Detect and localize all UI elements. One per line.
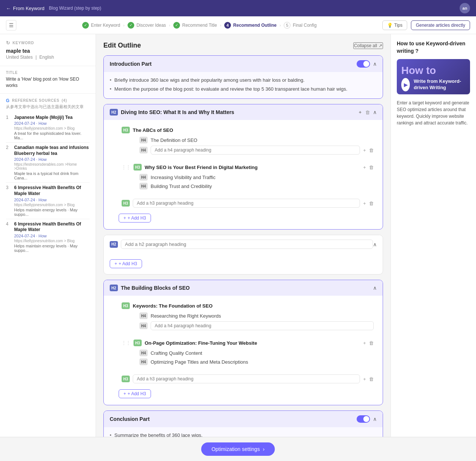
h3-tag: H3 [122,302,130,309]
add-h3-label: + Add H3 [128,215,146,221]
drag-handle-icon-2[interactable]: ⋮⋮ [122,340,131,345]
add-button-2[interactable]: + [363,340,366,346]
drag-handle-icon[interactable]: ⋮⋮ [122,165,131,170]
intro-card-header: Introduction Part ∧ [104,56,383,72]
delete-h3-btn-icon[interactable]: 🗑 [369,201,374,206]
ref-section: G REFERENCE SOURCES (4) 从参考文章中选出与已选主题最相关… [0,95,96,258]
h2-building-collapse[interactable]: ∧ [373,285,377,291]
ref-date-how: 2024-07-24 · How [14,234,90,238]
title-section: TITLE Write a 'How' blog post on 'How SE… [0,68,96,92]
nav-title: From Keyword [13,6,45,11]
step-recommend-title[interactable]: ✓ Recommend Title [173,22,217,29]
h4-title-trust: Building Trust and Credibility [151,184,374,189]
h4-row-visibility: H4 Increasing Visibility and Traffic [136,173,377,182]
generate-button[interactable]: Generate articles directly [411,20,470,30]
add-h3-button-3[interactable]: + + Add H3 [119,389,151,398]
h3-add-input[interactable] [133,199,360,208]
tips-button[interactable]: 💡 Tips [382,20,407,30]
h2-empty-input[interactable] [121,240,373,249]
h4-add-input-kw[interactable] [151,321,374,330]
h3-block-bestfriend: ⋮⋮ H3 Why SEO is Your Best Friend in Dig… [119,161,377,193]
video-subtitle: Write from Keyword-driven Writing [414,78,466,91]
ref-date-how: 2024-07-24 · How [14,121,90,126]
add-h3-btn-icon[interactable]: + [363,201,366,206]
main-layout: ↻ KEYWORD maple tea United States | Engl… [0,34,476,461]
back-button[interactable]: ← From Keyword [6,6,45,11]
wizard-label: Blog Wizard (step by step) [49,6,102,11]
h4-row-add: H4 + 🗑 [136,145,377,156]
add-h3-btn-icon-2[interactable]: + [363,376,366,382]
ref-desc: 从参考文章中选出与已选主题最相关的文章 [6,104,90,110]
ref-title: Japanese Maple (Mojiji) Tea [14,115,90,121]
video-how-to: How to [401,65,466,77]
h3-block-onpage: ⋮⋮ H3 On-Page Optimization: Fine-Tuning … [119,337,377,369]
plus-icon: + [115,261,117,266]
delete-button[interactable]: 🗑 [369,165,374,170]
h4-tag: H4 [139,322,148,329]
collapse-all-button[interactable]: Collapse all ↗ [353,42,383,49]
h4-row-trust: H4 Building Trust and Credibility [136,182,377,191]
add-h4-button[interactable]: + [363,147,366,153]
conclusion-collapse-button[interactable]: ∧ [373,416,377,422]
h4-add-input[interactable] [151,146,360,155]
h4-block: H4 The Definition of SEO H4 + 🗑 [136,135,377,156]
h2-building-header: H2 The Building Blocks of SEO ∧ [104,280,383,296]
optimization-settings-button[interactable]: Optimization settings › [201,442,275,456]
intro-toggle[interactable] [357,60,370,68]
magic-button[interactable]: ✦ [358,110,362,115]
step-label-final-config: Final Config [293,23,316,28]
bottom-bar: Optimization settings › [0,437,476,461]
conclusion-toggle[interactable] [357,415,370,423]
step-sep-2: › [169,23,170,27]
add-h3-button[interactable]: + + Add H3 [119,214,151,223]
right-panel: How to use Keyword-driven writing ? How … [390,34,476,461]
h2-diving-body: H3 The ABCs of SEO H4 The Definition of … [104,120,383,229]
right-description: Enter a target keyword and generate SEO … [397,100,470,126]
step-bar: ☰ ✓ Enter Keyword › ✓ Discover Ideas › ✓… [0,16,476,34]
h3-row-add: H3 + 🗑 [119,197,377,209]
ref-snippet: Helps maintain energy levels · May suppo… [14,208,90,217]
step-label-recommend-outline: Recommend Outline [233,23,277,28]
intro-title: Introduction Part [110,61,152,67]
intro-card-body: Briefly introduce 360 lace wigs and thei… [104,72,383,98]
video-card: How to ▶ Write from Keyword-driven Writi… [397,59,470,94]
title-section-label: TITLE [6,71,90,75]
h3-add-input-2[interactable] [133,374,360,383]
h2-diving-header: H2 Diving Into SEO: What It Is and Why I… [104,104,383,120]
step-sep-3: › [220,23,221,27]
intro-collapse-button[interactable]: ∧ [373,61,377,67]
collapse-button[interactable]: ∧ [373,109,377,115]
h3-row-add-2: H3 + 🗑 [119,373,377,385]
step-label-enter-keyword: Enter Keyword [91,23,120,28]
h2-empty-body: + + Add H3 [104,253,383,274]
sidebar-toggle-button[interactable]: ☰ [6,20,16,30]
add-h3-button-2[interactable]: + + Add H3 [110,259,142,268]
step-recommend-outline[interactable]: 4 Recommend Outline [224,22,277,29]
play-button[interactable]: ▶ [401,78,410,91]
step-check-icon-3: ✓ [173,22,180,29]
delete-h3-btn-icon-2[interactable]: 🗑 [369,376,374,382]
add-button[interactable]: + [363,165,366,170]
h4-tag: H4 [139,312,148,319]
h2-empty-collapse[interactable]: ∧ [373,241,377,247]
edit-outline-header: Edit Outline Collapse all ↗ [103,42,383,49]
step-final-config[interactable]: 5 Final Config [284,22,316,29]
keyword-language: English [39,55,54,60]
arrow-left-icon: ← [6,6,11,11]
step-check-icon: ✓ [82,22,89,29]
h4-block-onpage: H4 Crafting Quality Content H4 Optimizin… [136,348,377,367]
delete-button-2[interactable]: 🗑 [369,340,374,346]
ref-snippet: Helps maintain energy levels · May suppo… [14,244,90,253]
step-enter-keyword[interactable]: ✓ Enter Keyword [82,22,120,29]
add-h3-label-3: + Add H3 [128,391,146,396]
step-discover-ideas[interactable]: ✓ Discover Ideas [128,22,166,29]
h2-building-body: H3 Keywords: The Foundation of SEO H4 Re… [104,296,383,405]
h3-row-bestfriend: ⋮⋮ H3 Why SEO is Your Best Friend in Dig… [119,162,377,172]
ref-content: 6 Impressive Health Benefits Of Maple Wa… [14,185,90,216]
ref-num: 1 [6,115,11,140]
delete-h4-button[interactable]: 🗑 [369,147,374,153]
delete-button[interactable]: 🗑 [365,110,370,115]
ref-snippet: Maple tea is a typical hot drink from Ca… [14,171,90,180]
h4-title-optimizing: Optimizing Page Titles and Meta Descript… [151,359,374,365]
intro-card: Introduction Part ∧ Briefly introduce 36… [103,55,383,99]
